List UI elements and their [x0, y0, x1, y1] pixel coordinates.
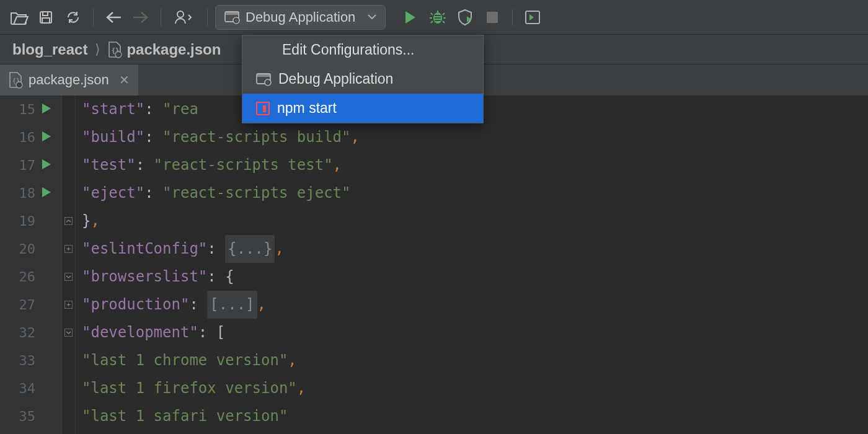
breadcrumb-file-label: package.json [126, 41, 221, 58]
run-gutter-icon[interactable] [42, 179, 51, 207]
popup-debug-application[interactable]: Debug Application [242, 64, 483, 94]
code-line[interactable]: "last 1 chrome version", [82, 347, 868, 374]
code-line[interactable]: "eslintConfig": {...}, [82, 235, 868, 263]
svg-rect-14 [65, 218, 73, 225]
coverage-button[interactable] [453, 5, 477, 30]
run-gutter-icon[interactable] [42, 151, 51, 179]
line-number: 16 [12, 123, 35, 151]
gutter-row[interactable]: 17 [0, 151, 61, 179]
run-config-popup: Edit Configurations... Debug Application… [242, 35, 484, 123]
refresh-button[interactable] [61, 5, 86, 30]
svg-point-3 [177, 11, 184, 17]
gutter-row[interactable]: 16 [0, 123, 61, 151]
editor-tab-title: package.json [29, 72, 109, 88]
stop-button[interactable] [480, 5, 505, 30]
fold-cell[interactable] [62, 207, 75, 235]
code-area[interactable]: "start": "rea "build": "react-scripts bu… [76, 95, 868, 434]
run-config-label: Debug Application [246, 9, 355, 25]
fold-cell[interactable] [62, 263, 75, 291]
popup-edit-configs[interactable]: Edit Configurations... [242, 35, 483, 64]
fold-cell[interactable]: + [62, 291, 75, 319]
debug-button[interactable] [425, 5, 450, 30]
popup-npm-start[interactable]: npm start [242, 94, 483, 123]
main-toolbar: Debug Application [0, 0, 868, 35]
code-line[interactable]: "browserslist": { [82, 263, 868, 291]
svg-point-19 [265, 79, 271, 86]
gutter-row[interactable]: 34 [0, 374, 61, 402]
gutter-row[interactable]: 32 [0, 319, 61, 347]
nav-back-button[interactable] [101, 5, 126, 30]
json-file-icon: {} [108, 42, 122, 58]
toolbar-separator [207, 9, 208, 26]
gutter-row[interactable]: 33 [0, 347, 61, 374]
toolbar-separator [161, 9, 161, 26]
gutter-row[interactable]: 26 [0, 263, 61, 291]
run-config-selector[interactable]: Debug Application [215, 5, 386, 30]
fold-cell [62, 151, 75, 179]
breadcrumb-project[interactable]: blog_react [9, 40, 91, 60]
gutter-row[interactable]: 20 [0, 235, 61, 263]
fold-cell [62, 179, 75, 207]
svg-rect-21 [263, 105, 266, 112]
gutter-row[interactable]: 35 [0, 402, 61, 430]
svg-rect-2 [42, 18, 50, 23]
line-number: 33 [12, 347, 35, 374]
line-number: 34 [12, 374, 35, 402]
code-line[interactable]: "eject": "react-scripts eject" [82, 179, 868, 207]
gutter-row[interactable]: 15 [0, 95, 61, 123]
open-button[interactable] [6, 5, 31, 30]
toolbar-separator [512, 9, 513, 26]
code-line[interactable]: "development": [ [82, 319, 868, 347]
fold-column: ++ [62, 95, 76, 434]
svg-point-11 [115, 51, 122, 58]
run-config-icon [224, 11, 239, 24]
fold-cell [62, 347, 75, 374]
code-line[interactable]: "production": [...], [82, 291, 868, 319]
line-gutter: 151617181920262732333435 [0, 95, 62, 434]
gutter-row[interactable]: 18 [0, 179, 61, 207]
line-number: 15 [12, 95, 35, 123]
json-file-icon: {} [9, 72, 22, 88]
code-editor: 151617181920262732333435 ++ "start": "re… [0, 95, 868, 434]
fold-cell [62, 95, 75, 123]
gutter-row[interactable]: 27 [0, 291, 61, 319]
line-number: 32 [12, 319, 35, 347]
line-number: 27 [12, 291, 35, 319]
svg-rect-1 [43, 12, 48, 16]
fold-cell [62, 123, 75, 151]
run-button[interactable] [398, 5, 423, 30]
run-gutter-icon[interactable] [42, 95, 51, 123]
code-line[interactable]: "build": "react-scripts build", [82, 123, 868, 151]
line-number: 35 [12, 402, 35, 430]
svg-rect-5 [225, 12, 239, 15]
run-gutter-icon[interactable] [42, 123, 51, 151]
toolbar-separator [93, 9, 94, 26]
breadcrumb-root-label: blog_react [12, 41, 87, 58]
close-icon[interactable]: ✕ [119, 73, 130, 87]
fold-cell [62, 402, 75, 430]
npm-icon [256, 102, 270, 115]
fold-cell[interactable]: + [62, 235, 75, 263]
line-number: 18 [12, 179, 35, 207]
code-line[interactable]: }, [82, 207, 868, 235]
popup-edit-label: Edit Configurations... [282, 42, 415, 58]
line-number: 20 [12, 235, 35, 263]
code-line[interactable]: "test": "react-scripts test", [82, 151, 868, 179]
run-anything-button[interactable] [520, 5, 545, 30]
popup-npm-label: npm start [277, 100, 337, 117]
fold-cell [62, 374, 75, 402]
breadcrumb-separator: ⟩ [95, 42, 100, 58]
svg-rect-15 [65, 273, 73, 281]
code-line[interactable]: "last 1 safari version" [82, 402, 868, 430]
code-line[interactable]: "last 1 firefox version", [82, 374, 868, 402]
save-all-button[interactable] [33, 5, 58, 30]
run-config-icon [256, 73, 271, 86]
gutter-row[interactable]: 19 [0, 207, 61, 235]
fold-cell[interactable] [62, 319, 75, 347]
nav-forward-button[interactable] [128, 5, 153, 30]
line-number: 26 [12, 263, 35, 291]
code-with-me-button[interactable] [169, 5, 200, 30]
editor-tab[interactable]: {} package.json ✕ [0, 64, 138, 95]
breadcrumb-file[interactable]: {} package.json [104, 40, 224, 60]
line-number: 19 [12, 207, 35, 235]
